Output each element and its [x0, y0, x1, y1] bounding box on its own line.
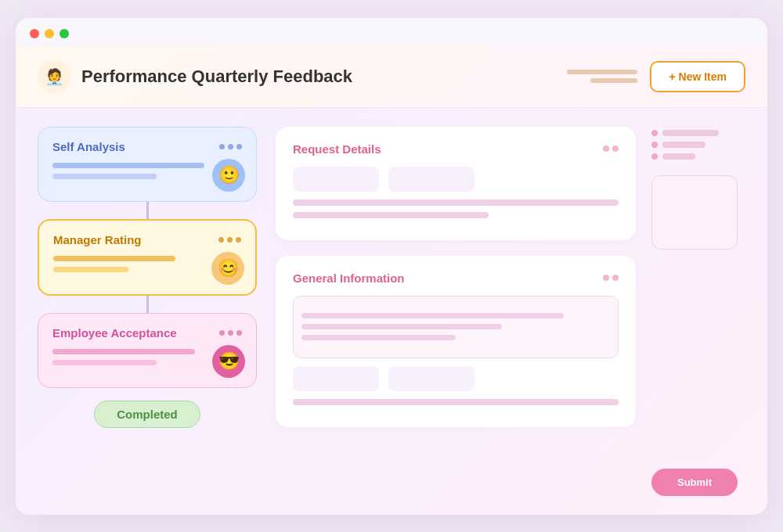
card-title-self: Self Analysis [52, 140, 125, 153]
content-line-1 [52, 163, 204, 168]
deco-line-1 [567, 70, 637, 74]
dot-2 [227, 237, 233, 243]
dot-1 [219, 330, 225, 336]
submit-button[interactable]: Submit [651, 469, 738, 496]
right-sidebar: Submit [651, 127, 745, 496]
card-header-self: Self Analysis [52, 140, 242, 153]
textarea-line-1 [301, 313, 564, 318]
general-input-1[interactable] [293, 366, 379, 391]
general-input-2[interactable] [388, 366, 474, 391]
request-form-row-1 [293, 167, 619, 192]
general-info-title: General Information [293, 271, 405, 285]
card-header-employee: Employee Acceptance [52, 326, 242, 340]
textarea-line-2 [301, 324, 502, 329]
sidebar-line-3 [651, 153, 745, 160]
workflow-panel: Self Analysis 🙂 Manager Rating [38, 127, 257, 496]
page-header: 🧑‍💼 Performance Quarterly Feedback + New… [16, 46, 767, 108]
connector-2 [146, 296, 149, 313]
dot-1 [219, 144, 225, 149]
section-dots-1 [603, 146, 619, 152]
right-panel: Request Details [276, 127, 745, 496]
header-right: + New Item [567, 61, 745, 92]
bar-2 [662, 142, 705, 148]
dot-3 [236, 330, 242, 336]
bullet-3 [651, 153, 658, 160]
bar-3 [662, 153, 695, 160]
manager-rating-card[interactable]: Manager Rating 😊 [38, 219, 257, 296]
dot-3 [236, 237, 241, 243]
content-line-1 [53, 256, 175, 261]
card-options-manager [218, 237, 241, 243]
request-details-card: Request Details [276, 127, 636, 240]
bullet-2 [651, 142, 658, 148]
request-input-1[interactable] [293, 167, 379, 192]
right-main: Request Details [276, 127, 636, 496]
maximize-dot[interactable] [60, 29, 69, 38]
dot-3 [236, 144, 242, 149]
dot-2 [228, 144, 233, 149]
page-title: Performance Quarterly Feedback [81, 66, 352, 87]
self-analysis-card[interactable]: Self Analysis 🙂 [38, 127, 257, 202]
sdot-2 [612, 146, 619, 152]
sidebar-line-1 [651, 130, 745, 136]
general-form-row-1 [293, 366, 619, 391]
header-decoration [567, 70, 637, 83]
sdot-1 [603, 146, 609, 152]
completed-badge: Completed [94, 401, 200, 428]
dot-1 [218, 237, 224, 243]
general-line-1 [293, 399, 619, 405]
sdot-3 [603, 275, 609, 281]
request-line-2 [293, 212, 489, 218]
card-header-manager: Manager Rating [53, 233, 241, 246]
request-details-header: Request Details [293, 142, 619, 156]
avatar-self: 🙂 [212, 159, 245, 192]
new-item-button[interactable]: + New Item [650, 61, 745, 92]
thumbnail [651, 175, 738, 250]
request-line-1 [293, 200, 619, 206]
sdot-4 [612, 275, 619, 281]
dot-2 [228, 330, 233, 336]
bar-1 [662, 130, 719, 136]
sidebar-line-2 [651, 142, 745, 148]
content-line-2 [53, 267, 128, 272]
avatar-manager: 😊 [211, 252, 244, 285]
general-info-header: General Information [293, 271, 619, 285]
deco-line-2 [590, 78, 637, 83]
close-dot[interactable] [30, 29, 39, 38]
card-title-employee: Employee Acceptance [52, 326, 177, 340]
header-left: 🧑‍💼 Performance Quarterly Feedback [38, 60, 352, 93]
main-content: Self Analysis 🙂 Manager Rating [16, 108, 767, 515]
sidebar-lines [651, 130, 745, 160]
content-line-2 [52, 360, 157, 365]
textarea-line-3 [301, 335, 456, 340]
content-line-1 [52, 349, 195, 354]
employee-acceptance-card[interactable]: Employee Acceptance 😎 [38, 313, 257, 388]
header-icon: 🧑‍💼 [38, 60, 70, 93]
general-info-card: General Information [276, 256, 636, 427]
card-options-employee [219, 330, 242, 336]
connector-1 [146, 202, 149, 219]
card-options-self [219, 144, 242, 149]
request-details-title: Request Details [293, 142, 381, 156]
general-textarea[interactable] [293, 296, 619, 358]
bullet-1 [651, 130, 658, 136]
minimize-dot[interactable] [45, 29, 54, 38]
app-window: 🧑‍💼 Performance Quarterly Feedback + New… [16, 18, 767, 515]
card-title-manager: Manager Rating [53, 233, 142, 246]
avatar-employee: 😎 [212, 345, 245, 378]
content-line-2 [52, 174, 157, 179]
section-dots-2 [603, 275, 619, 281]
titlebar [16, 18, 767, 46]
request-input-2[interactable] [388, 167, 474, 192]
